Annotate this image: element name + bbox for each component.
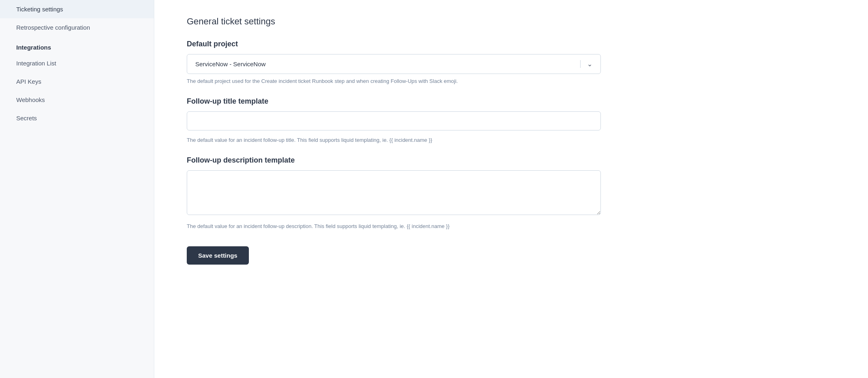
followup-title-hint: The default value for an incident follow… bbox=[187, 137, 601, 143]
sidebar-item-api-keys[interactable]: API Keys bbox=[0, 72, 154, 91]
followup-description-input[interactable] bbox=[187, 170, 601, 215]
followup-title-section: Follow-up title template The default val… bbox=[187, 97, 836, 143]
page-title: General ticket settings bbox=[187, 16, 836, 27]
sidebar-item-webhooks[interactable]: Webhooks bbox=[0, 91, 154, 109]
sidebar-section-ticketing: Ticketing settings Retrospective configu… bbox=[0, 0, 154, 37]
followup-description-hint: The default value for an incident follow… bbox=[187, 223, 601, 229]
sidebar-item-integration-list[interactable]: Integration List bbox=[0, 54, 154, 72]
followup-title-input[interactable] bbox=[187, 111, 601, 130]
default-project-section: Default project ServiceNow - ServiceNow … bbox=[187, 40, 836, 84]
default-project-hint: The default project used for the Create … bbox=[187, 78, 601, 84]
default-project-select-wrapper: ServiceNow - ServiceNow ⌄ bbox=[187, 54, 836, 74]
sidebar-heading-integrations: Integrations bbox=[0, 37, 154, 54]
default-project-select[interactable]: ServiceNow - ServiceNow ⌄ bbox=[187, 54, 601, 74]
chevron-down-icon: ⌄ bbox=[580, 60, 592, 68]
followup-description-heading: Follow-up description template bbox=[187, 156, 836, 165]
sidebar-item-ticketing-settings[interactable]: Ticketing settings bbox=[0, 0, 154, 18]
save-settings-button[interactable]: Save settings bbox=[187, 246, 249, 265]
default-project-title: Default project bbox=[187, 40, 836, 48]
sidebar: Ticketing settings Retrospective configu… bbox=[0, 0, 154, 378]
sidebar-item-secrets[interactable]: Secrets bbox=[0, 109, 154, 127]
default-project-select-value: ServiceNow - ServiceNow bbox=[195, 61, 266, 67]
followup-description-section: Follow-up description template The defau… bbox=[187, 156, 836, 229]
sidebar-section-integrations: Integrations Integration List API Keys W… bbox=[0, 37, 154, 127]
sidebar-item-retrospective-configuration[interactable]: Retrospective configuration bbox=[0, 18, 154, 37]
followup-title-heading: Follow-up title template bbox=[187, 97, 836, 106]
main-content: General ticket settings Default project … bbox=[154, 0, 868, 378]
